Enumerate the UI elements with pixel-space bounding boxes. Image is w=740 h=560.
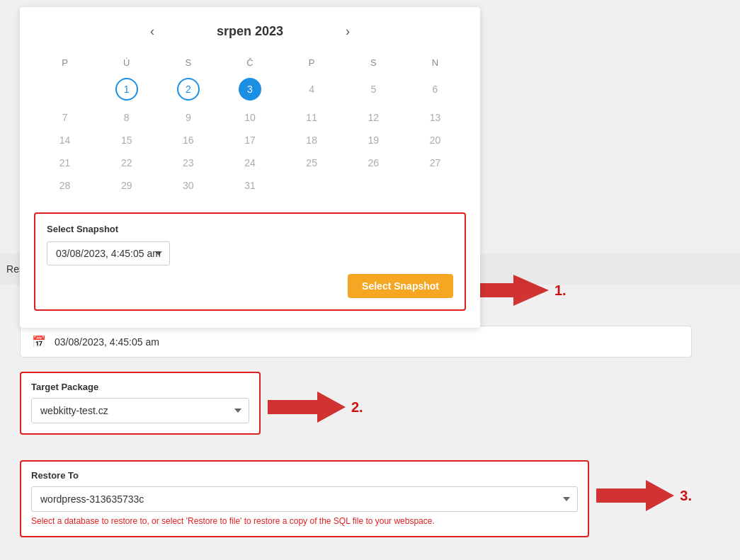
- calendar-day-10[interactable]: 10: [219, 106, 280, 129]
- date-display-text: 03/08/2023, 4:45:05 am: [55, 336, 159, 348]
- restore-to-label: Restore To: [31, 470, 578, 481]
- calendar-day-18[interactable]: 18: [281, 129, 343, 152]
- calendar-title: srpen 2023: [217, 24, 283, 39]
- annotation-2: 2.: [268, 392, 363, 423]
- next-month-button[interactable]: ›: [340, 21, 355, 42]
- calendar-day-empty: [34, 72, 96, 106]
- main-content: 📅 03/08/2023, 4:45:05 am Target Package …: [0, 326, 712, 560]
- annotation-2-label: 2.: [351, 399, 363, 416]
- prev-month-button[interactable]: ‹: [144, 21, 160, 42]
- calendar-day-4[interactable]: 4: [281, 72, 343, 106]
- calendar-day-empty2: [281, 174, 343, 197]
- calendar-icon: 📅: [32, 335, 46, 348]
- calendar-day-16[interactable]: 16: [157, 129, 219, 152]
- calendar-grid: P Ú S Č P S N 1 2: [34, 53, 466, 197]
- annotation-3-label: 3.: [680, 488, 692, 504]
- calendar-day-empty4: [404, 174, 466, 197]
- calendar-day-21[interactable]: 21: [34, 152, 96, 174]
- annotation-3: 3.: [596, 480, 692, 511]
- restore-to-hint: Select a database to restore to, or sele…: [31, 516, 578, 526]
- weekday-s1: S: [157, 53, 219, 72]
- calendar-day-30[interactable]: 30: [157, 174, 219, 197]
- calendar-day-6[interactable]: 6: [404, 72, 466, 106]
- target-package-select[interactable]: webkitty-test.cz: [31, 398, 249, 423]
- target-package-section: Target Package webkitty-test.cz: [20, 372, 261, 435]
- calendar-day-31[interactable]: 31: [219, 174, 280, 197]
- weekday-s2: S: [343, 53, 404, 72]
- select-snapshot-button[interactable]: Select Snapshot: [348, 274, 453, 298]
- calendar-day-9[interactable]: 9: [157, 106, 219, 129]
- calendar-day-3[interactable]: 3: [219, 72, 280, 106]
- calendar-day-27[interactable]: 27: [404, 152, 466, 174]
- weekday-p2: P: [281, 53, 343, 72]
- calendar-day-26[interactable]: 26: [343, 152, 404, 174]
- calendar-day-20[interactable]: 20: [404, 129, 466, 152]
- svg-marker-2: [596, 480, 674, 511]
- calendar-day-11[interactable]: 11: [281, 106, 343, 129]
- calendar-day-7[interactable]: 7: [34, 106, 96, 129]
- restore-to-section: Restore To wordpress-313635733c Select a…: [20, 460, 589, 537]
- calendar-day-14[interactable]: 14: [34, 129, 96, 152]
- calendar-day-2[interactable]: 2: [157, 72, 219, 106]
- arrow-3-icon: [596, 480, 674, 511]
- calendar-header: ‹ srpen 2023 ›: [34, 21, 466, 42]
- annotation-1-label: 1.: [554, 282, 567, 299]
- calendar-day-29[interactable]: 29: [96, 174, 157, 197]
- svg-marker-1: [268, 392, 346, 423]
- snapshot-label: Select Snapshot: [47, 224, 453, 234]
- calendar-popup: ‹ srpen 2023 › P Ú S Č P S N: [20, 7, 480, 328]
- weekday-n: N: [404, 53, 466, 72]
- calendar-day-23[interactable]: 23: [157, 152, 219, 174]
- restore-to-select[interactable]: wordpress-313635733c: [31, 486, 578, 512]
- calendar-day-19[interactable]: 19: [343, 129, 404, 152]
- calendar-day-1[interactable]: 1: [96, 72, 157, 106]
- arrow-2-icon: [268, 392, 346, 423]
- snapshot-dropdown[interactable]: 03/08/2023, 4:45:05 am: [47, 241, 170, 265]
- calendar-day-24[interactable]: 24: [219, 152, 280, 174]
- calendar-day-8[interactable]: 8: [96, 106, 157, 129]
- calendar-day-empty3: [343, 174, 404, 197]
- calendar-day-17[interactable]: 17: [219, 129, 280, 152]
- calendar-day-25[interactable]: 25: [281, 152, 343, 174]
- calendar-day-28[interactable]: 28: [34, 174, 96, 197]
- snapshot-section: Select Snapshot 03/08/2023, 4:45:05 am S…: [34, 212, 466, 311]
- calendar-day-15[interactable]: 15: [96, 129, 157, 152]
- weekday-p1: P: [34, 53, 96, 72]
- weekday-c: Č: [219, 53, 280, 72]
- calendar-day-5[interactable]: 5: [343, 72, 404, 106]
- calendar-day-22[interactable]: 22: [96, 152, 157, 174]
- weekday-u: Ú: [96, 53, 157, 72]
- calendar-day-12[interactable]: 12: [343, 106, 404, 129]
- date-display-row: 📅 03/08/2023, 4:45:05 am: [20, 326, 692, 358]
- target-package-label: Target Package: [31, 382, 249, 392]
- calendar-day-13[interactable]: 13: [404, 106, 466, 129]
